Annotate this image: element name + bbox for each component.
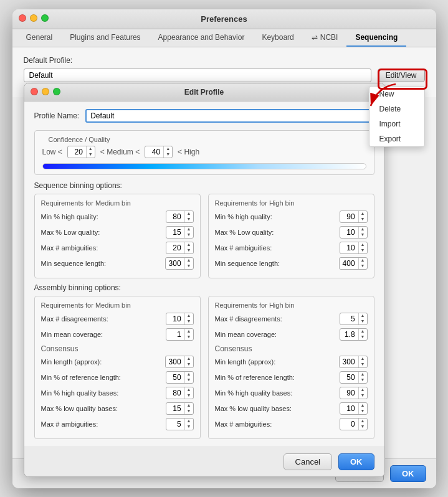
up-arrow[interactable]: ▲ [361, 419, 365, 424]
asm-high-label-0: Max # disagreements: [215, 315, 282, 323]
up-arrow[interactable]: ▲ [361, 403, 365, 408]
tab-appearance[interactable]: Appearance and Behavior [150, 29, 254, 47]
up-arrow[interactable]: ▲ [187, 387, 191, 392]
maximize-button[interactable] [41, 14, 49, 22]
up-arrow[interactable]: ▲ [361, 258, 365, 263]
down-arrow[interactable]: ▼ [187, 232, 191, 237]
down-arrow[interactable]: ▼ [361, 248, 365, 253]
close-button[interactable] [19, 14, 26, 22]
down-arrow[interactable]: ▼ [361, 232, 365, 237]
asm-high-cspinner-0[interactable]: 300 ▲▼ [339, 356, 368, 368]
down-arrow[interactable]: ▼ [187, 424, 191, 429]
seq-med-spinner-3[interactable]: 300 ▲ ▼ [165, 257, 194, 270]
up-arrow[interactable]: ▲ [187, 356, 191, 361]
dropdown-item-export[interactable]: Export [369, 131, 424, 146]
up-arrow[interactable]: ▲ [187, 403, 191, 408]
asm-high-cspinner-2[interactable]: 90 ▲▼ [340, 387, 368, 399]
down-arrow[interactable]: ▼ [361, 362, 365, 367]
down-arrow[interactable]: ▼ [361, 319, 365, 324]
down-arrow[interactable]: ▼ [187, 409, 191, 414]
dropdown-item-new[interactable]: New [369, 87, 424, 102]
down-arrow[interactable]: ▼ [187, 334, 191, 339]
down-arrow[interactable]: ▼ [187, 217, 191, 222]
down-arrow[interactable]: ▼ [187, 362, 191, 367]
seq-high-spinner-0[interactable]: 90 ▲ ▼ [340, 211, 368, 223]
up-arrow[interactable]: ▲ [187, 227, 191, 232]
down-arrow[interactable]: ▼ [361, 424, 365, 429]
up-arrow[interactable]: ▲ [361, 211, 365, 216]
up-arrow[interactable]: ▲ [187, 372, 191, 377]
low-up-arrow[interactable]: ▲ [88, 146, 93, 151]
down-arrow[interactable]: ▼ [361, 393, 365, 398]
seq-high-spinner-3[interactable]: 400 ▲ ▼ [339, 257, 368, 270]
edit-view-button[interactable]: Edit/View [378, 69, 425, 82]
asm-high-cspinner-4[interactable]: 0 ▲▼ [340, 418, 368, 430]
asm-high-cspinner-1[interactable]: 50 ▲▼ [340, 371, 368, 384]
profile-name-input[interactable] [85, 109, 374, 123]
seq-med-field-3: Min sequence length: 300 ▲ ▼ [41, 257, 194, 270]
down-arrow[interactable]: ▼ [187, 319, 191, 324]
high-up-arrow[interactable]: ▲ [166, 146, 170, 151]
high-value-spinner[interactable]: 40 ▲ ▼ [145, 146, 173, 158]
down-arrow[interactable]: ▼ [187, 263, 191, 268]
seq-high-spinner-1[interactable]: 10 ▲ ▼ [340, 226, 368, 239]
up-arrow[interactable]: ▲ [361, 329, 365, 334]
down-arrow[interactable]: ▼ [361, 217, 365, 222]
minimize-button[interactable] [30, 14, 37, 22]
asm-med-clabel-1: Min % of reference length: [41, 374, 121, 381]
down-arrow[interactable]: ▼ [361, 334, 365, 339]
up-arrow[interactable]: ▲ [361, 356, 365, 361]
high-spinner-arrows[interactable]: ▲ ▼ [164, 146, 172, 157]
high-down-arrow[interactable]: ▼ [166, 152, 170, 157]
seq-high-spinner-2[interactable]: 10 ▲ ▼ [340, 242, 368, 254]
up-arrow[interactable]: ▲ [187, 419, 191, 424]
asm-high-spinner-1[interactable]: 1.8 ▲▼ [340, 328, 368, 341]
seq-med-spinner-0[interactable]: 80 ▲ ▼ [166, 211, 194, 223]
up-arrow[interactable]: ▲ [187, 329, 191, 334]
asm-med-cspinner-1[interactable]: 50 ▲▼ [166, 371, 194, 384]
dropdown-item-import[interactable]: Import [369, 116, 424, 131]
down-arrow[interactable]: ▼ [361, 409, 365, 414]
up-arrow[interactable]: ▲ [187, 313, 191, 318]
tab-ncbi[interactable]: ⇌ NCBI [303, 29, 347, 47]
up-arrow[interactable]: ▲ [361, 242, 365, 247]
default-profile-label: Default Profile: [24, 56, 425, 65]
asm-med-cspinner-3[interactable]: 15 ▲▼ [166, 402, 194, 415]
tab-plugins[interactable]: Plugins and Features [61, 29, 149, 47]
outer-ok-button[interactable]: OK [390, 465, 426, 482]
asm-med-cspinner-0[interactable]: 300 ▲▼ [165, 356, 194, 368]
modal-maximize-button[interactable] [53, 88, 60, 95]
down-arrow[interactable]: ▼ [361, 263, 365, 268]
down-arrow[interactable]: ▼ [187, 377, 191, 382]
up-arrow[interactable]: ▲ [361, 387, 365, 392]
seq-med-spinner-2[interactable]: 20 ▲ ▼ [166, 242, 194, 254]
down-arrow[interactable]: ▼ [187, 393, 191, 398]
asm-med-spinner-0[interactable]: 10 ▲ ▼ [166, 313, 194, 325]
cancel-button[interactable]: Cancel [284, 453, 332, 470]
up-arrow[interactable]: ▲ [361, 372, 365, 377]
up-arrow[interactable]: ▲ [361, 313, 365, 318]
low-value-spinner[interactable]: 20 ▲ ▼ [67, 146, 95, 158]
down-arrow[interactable]: ▼ [361, 377, 365, 382]
asm-high-cspinner-3[interactable]: 10 ▲▼ [340, 402, 368, 415]
asm-med-cspinner-4[interactable]: 5 ▲▼ [166, 418, 194, 430]
modal-close-button[interactable] [31, 88, 38, 95]
seq-med-spinner-1[interactable]: 15 ▲ ▼ [166, 226, 194, 239]
ok-button[interactable]: OK [338, 453, 374, 470]
tab-keyboard[interactable]: Keyboard [253, 29, 302, 47]
modal-minimize-button[interactable] [42, 88, 49, 95]
up-arrow[interactable]: ▲ [187, 258, 191, 263]
asm-high-spinner-0[interactable]: 5 ▲▼ [340, 313, 368, 325]
low-spinner-arrows[interactable]: ▲ ▼ [87, 146, 95, 157]
up-arrow[interactable]: ▲ [361, 227, 365, 232]
dropdown-item-delete[interactable]: Delete [369, 102, 424, 116]
tab-general[interactable]: General [17, 29, 62, 47]
asm-high-cf-3: Max % low quality bases: 10 ▲▼ [215, 402, 368, 415]
asm-med-cspinner-2[interactable]: 80 ▲▼ [166, 387, 194, 399]
up-arrow[interactable]: ▲ [187, 242, 191, 247]
asm-med-spinner-1[interactable]: 1 ▲ ▼ [166, 328, 194, 341]
down-arrow[interactable]: ▼ [187, 248, 191, 253]
tab-sequencing[interactable]: Sequencing [346, 29, 406, 47]
up-arrow[interactable]: ▲ [187, 211, 191, 216]
low-down-arrow[interactable]: ▼ [88, 152, 93, 157]
